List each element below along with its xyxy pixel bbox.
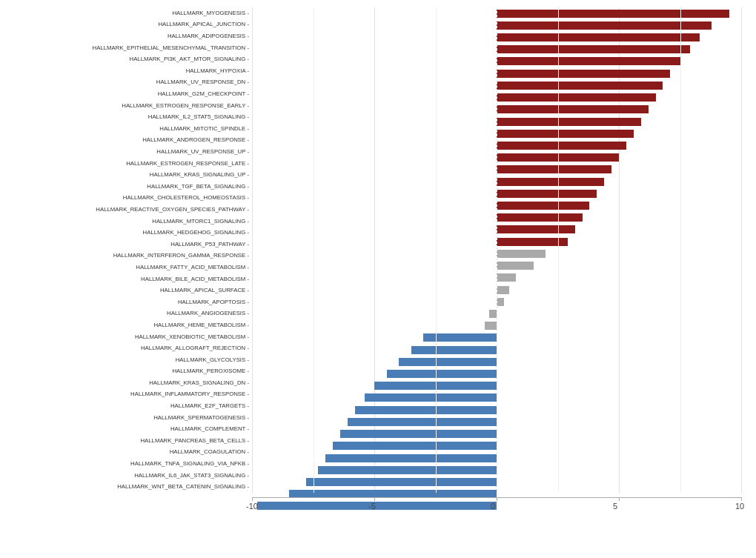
bar <box>497 10 729 18</box>
bar <box>497 82 663 90</box>
tick-label: 10 <box>735 502 744 511</box>
bottom-area <box>252 519 741 521</box>
bar <box>497 238 568 246</box>
bar <box>387 370 497 378</box>
bar-label: HALLMARK_EPITHELIAL_MESENCHYMAL_TRANSITI… <box>22 45 249 51</box>
minor-grid-line <box>314 7 314 493</box>
bar-label: HALLMARK_WNT_BETA_CATENIN_SIGNALING - <box>22 484 249 490</box>
bar-label: HALLMARK_ALLOGRAFT_REJECTION - <box>22 345 249 351</box>
tick-mark <box>497 497 497 501</box>
bar <box>497 45 690 53</box>
bar <box>355 406 497 414</box>
bar <box>365 393 497 402</box>
bar <box>497 190 597 198</box>
bar-label: HALLMARK_KRAS_SIGNALING_DN - <box>22 380 249 386</box>
bar <box>497 262 534 270</box>
labels-column: HALLMARK_MYOGENESIS -HALLMARK_APICAL_JUN… <box>22 7 252 493</box>
bar-label: HALLMARK_G2M_CHECKPOINT - <box>22 91 249 97</box>
bar-label: HALLMARK_XENOBIOTIC_METABOLISM - <box>22 334 249 340</box>
tick-mark <box>619 497 620 501</box>
bar-label: HALLMARK_TGF_BETA_SIGNALING - <box>22 184 249 190</box>
bar-label: HALLMARK_PANCREAS_BETA_CELLS - <box>22 438 249 444</box>
tick-label: 0 <box>491 502 495 511</box>
bar <box>340 430 497 438</box>
tick-mark <box>374 497 375 501</box>
bar-label: HALLMARK_ADIPOGENESIS - <box>22 33 249 39</box>
y-axis-label <box>7 7 22 519</box>
bar-label: HALLMARK_GLYCOLYSIS - <box>22 357 249 363</box>
tick-label: -10 <box>246 502 258 511</box>
bar-label: HALLMARK_HYPOXIA - <box>22 68 249 74</box>
bar-label: HALLMARK_HEME_METABOLISM - <box>22 322 249 328</box>
x-axis: -10-50510 <box>252 497 741 519</box>
bar-label: HALLMARK_APICAL_JUNCTION - <box>22 21 249 27</box>
bar-label: HALLMARK_FATTY_ACID_METABOLISM - <box>22 265 249 270</box>
bar <box>318 466 497 474</box>
bar <box>497 213 583 222</box>
zero-line <box>497 7 497 493</box>
grid-line <box>741 7 742 493</box>
bar <box>497 202 589 210</box>
bar-label: HALLMARK_COAGULATION - <box>22 449 249 455</box>
bar-label: HALLMARK_ESTROGEN_RESPONSE_LATE - <box>22 161 249 167</box>
bar-label: HALLMARK_BILE_ACID_METABOLISM - <box>22 276 249 282</box>
bar-label: HALLMARK_UV_RESPONSE_DN - <box>22 79 249 85</box>
bar <box>497 118 641 126</box>
bar <box>306 478 497 486</box>
bar <box>497 105 649 113</box>
bar-label: HALLMARK_HEDGEHOG_SIGNALING - <box>22 230 249 236</box>
bar <box>497 225 575 233</box>
bar-label: HALLMARK_TNFA_SIGNALING_VIA_NFKB - <box>22 461 249 467</box>
chart-container: HALLMARK_MYOGENESIS -HALLMARK_APICAL_JUN… <box>0 0 756 558</box>
bar <box>497 57 680 65</box>
bar <box>497 178 604 186</box>
bar-label: HALLMARK_REACTIVE_OXYGEN_SPECIES_PATHWAY… <box>22 207 249 213</box>
bar <box>399 358 497 366</box>
tick-label: -5 <box>368 502 376 511</box>
bar <box>497 298 504 306</box>
bar <box>485 322 497 330</box>
bar <box>325 454 497 462</box>
bar-label: HALLMARK_SPERMATOGENESIS - <box>22 415 249 421</box>
plot-area: HALLMARK_MYOGENESIS -HALLMARK_APICAL_JUN… <box>22 7 741 519</box>
tick-mark <box>741 497 742 501</box>
bar <box>423 333 497 342</box>
minor-grid-line <box>436 7 437 493</box>
bar-label: HALLMARK_ESTROGEN_RESPONSE_EARLY - <box>22 103 249 109</box>
bar-label: HALLMARK_PI3K_AKT_MTOR_SIGNALING - <box>22 56 249 62</box>
bar-label: HALLMARK_ANGIOGENESIS - <box>22 310 249 316</box>
bar <box>497 93 656 102</box>
bar-label: HALLMARK_IL6_JAK_STAT3_SIGNALING - <box>22 473 249 479</box>
bar <box>411 346 497 354</box>
bar-label: HALLMARK_INFLAMMATORY_RESPONSE - <box>22 391 249 397</box>
bar <box>497 273 516 282</box>
bar <box>497 165 611 173</box>
bar <box>348 418 497 426</box>
bar-label: HALLMARK_E2F_TARGETS - <box>22 403 249 409</box>
bar-label: HALLMARK_MYOGENESIS - <box>22 10 249 16</box>
bars-and-labels: HALLMARK_MYOGENESIS -HALLMARK_APICAL_JUN… <box>22 7 741 493</box>
bar-label: HALLMARK_UV_RESPONSE_UP - <box>22 149 249 155</box>
bar <box>497 142 626 150</box>
bars-column <box>252 7 741 493</box>
bar <box>497 130 634 138</box>
bar <box>497 250 546 258</box>
bar-label: HALLMARK_INTERFERON_GAMMA_RESPONSE - <box>22 253 249 259</box>
bar <box>489 310 497 318</box>
bar-label: HALLMARK_COMPLEMENT - <box>22 426 249 432</box>
bar-label: HALLMARK_KRAS_SIGNALING_UP - <box>22 172 249 178</box>
bar-label: HALLMARK_APOPTOSIS - <box>22 299 249 305</box>
tick-label: 5 <box>613 502 617 511</box>
bar-label: HALLMARK_IL2_STAT5_SIGNALING - <box>22 114 249 120</box>
minor-grid-line <box>558 7 559 493</box>
bar-label: HALLMARK_ANDROGEN_RESPONSE - <box>22 137 249 143</box>
bar-label: HALLMARK_MITOTIC_SPINDLE - <box>22 126 249 132</box>
bar <box>497 286 509 294</box>
bar <box>497 33 700 41</box>
bar <box>333 442 497 450</box>
bar-label: HALLMARK_CHOLESTEROL_HOMEOSTASIS - <box>22 195 249 201</box>
tick-mark <box>252 497 253 501</box>
bar-label: HALLMARK_MTORC1_SIGNALING - <box>22 219 249 225</box>
bar-label: HALLMARK_APICAL_SURFACE - <box>22 288 249 293</box>
bar <box>497 70 670 78</box>
